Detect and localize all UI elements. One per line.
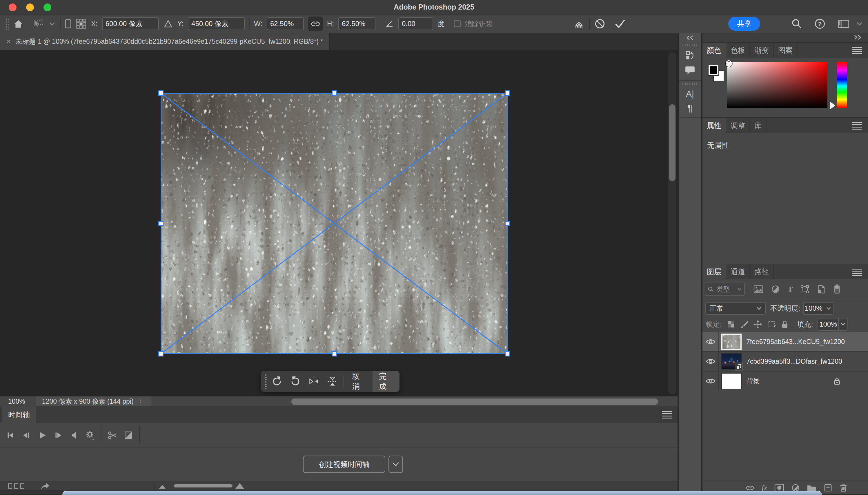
share-button[interactable]: 共享: [728, 17, 760, 31]
saturation-brightness-field[interactable]: [727, 62, 828, 108]
reference-point-checkbox[interactable]: [65, 19, 71, 29]
tab-swatches[interactable]: 色板: [726, 42, 750, 58]
cancel-button[interactable]: 取消: [345, 371, 373, 392]
tab-patterns[interactable]: 图案: [774, 42, 798, 58]
transform-handle-top-center[interactable]: [331, 90, 337, 96]
transform-handle-bottom-left[interactable]: [158, 351, 164, 357]
transform-handle-top-right[interactable]: [505, 90, 510, 96]
play-button[interactable]: [34, 426, 50, 444]
tab-layers[interactable]: 图层: [702, 264, 726, 279]
lock-position-icon[interactable]: [753, 320, 763, 329]
frame-rate-indicator-icon[interactable]: [8, 483, 24, 489]
layer-row-city-image[interactable]: 7cbd399aa5ff3...DOfasr_fw1200: [702, 352, 868, 372]
status-chevron-icon[interactable]: 〉: [139, 397, 146, 406]
home-button[interactable]: [13, 19, 23, 29]
vertical-scrollbar-thumb[interactable]: [669, 104, 676, 181]
tab-timeline[interactable]: 时间轴: [2, 406, 36, 423]
color-picker-ring[interactable]: [726, 60, 732, 67]
done-button[interactable]: 完成: [373, 371, 399, 392]
document-info[interactable]: 1200 像素 x 900 像素 (144 ppi) 〉: [36, 396, 151, 406]
zoom-level[interactable]: 100%: [8, 398, 25, 406]
search-icon[interactable]: [791, 18, 802, 29]
color-panel-menu-icon[interactable]: [852, 47, 862, 54]
document-tab[interactable]: × 未标题-1 @ 100% (7fee6795ab643730dd0c5b21…: [0, 33, 330, 50]
macos-dock-edge[interactable]: [62, 491, 822, 495]
reference-point-grid-icon[interactable]: [76, 18, 87, 29]
tab-color[interactable]: 颜色: [702, 42, 726, 58]
foreground-color-swatch[interactable]: [708, 65, 719, 75]
layer-visibility-toggle[interactable]: [702, 352, 719, 371]
lock-transparency-icon[interactable]: [727, 320, 735, 329]
delete-layer-trash-icon[interactable]: [839, 483, 847, 492]
workspace-chevron-icon[interactable]: [856, 21, 863, 26]
layers-panel-menu-icon[interactable]: [852, 269, 862, 276]
render-video-arrow-icon[interactable]: [40, 482, 50, 490]
y-position-input[interactable]: 450.00 像素: [188, 17, 245, 30]
tab-properties[interactable]: 属性: [702, 118, 726, 133]
paragraph-panel-icon[interactable]: ¶: [687, 103, 693, 113]
panel-group-grip[interactable]: [682, 44, 698, 46]
layer-name[interactable]: 7cbd399aa5ff3...DOfasr_fw1200: [746, 358, 842, 365]
tool-preset-chevron-icon[interactable]: [49, 21, 56, 26]
transform-handle-bottom-center[interactable]: [331, 351, 337, 357]
tab-adjustments[interactable]: 调整: [726, 118, 750, 133]
tab-libraries[interactable]: 库: [750, 118, 767, 133]
layer-row-rain-image[interactable]: 7fee6795ab643...KeCU5_fw1200: [702, 332, 868, 352]
commit-transform-button[interactable]: [614, 18, 626, 30]
rotate-clockwise-button[interactable]: [286, 371, 305, 392]
close-document-icon[interactable]: ×: [6, 37, 11, 46]
relative-position-delta-icon[interactable]: [163, 19, 173, 29]
lock-all-icon[interactable]: [781, 320, 788, 329]
lock-artboard-icon[interactable]: [767, 320, 777, 329]
opacity-dropdown-chevron[interactable]: [824, 303, 833, 314]
timeline-menu-icon[interactable]: [662, 411, 672, 419]
timeline-zoom-slider[interactable]: [174, 484, 233, 488]
comments-icon[interactable]: [684, 65, 696, 75]
antialias-checkbox[interactable]: [454, 20, 461, 27]
filter-type-layers-icon[interactable]: T: [788, 285, 793, 294]
rotate-counterclockwise-button[interactable]: [268, 371, 286, 392]
transform-handle-bottom-right[interactable]: [505, 351, 510, 357]
move-tool-icon[interactable]: [33, 19, 44, 29]
tab-channels[interactable]: 通道: [726, 264, 750, 279]
maintain-aspect-ratio-button[interactable]: [308, 17, 323, 31]
next-frame-button[interactable]: [50, 426, 66, 444]
hue-slider-bar[interactable]: [837, 62, 847, 108]
properties-panel-menu-icon[interactable]: [852, 122, 862, 130]
x-position-input[interactable]: 600.00 像素: [102, 17, 159, 30]
width-scale-input[interactable]: 62.50%: [267, 17, 304, 30]
layer-thumbnail[interactable]: [721, 353, 742, 370]
go-to-first-frame-button[interactable]: [2, 426, 18, 444]
transform-bounding-box[interactable]: [160, 93, 508, 354]
fill-input[interactable]: 100%: [818, 318, 848, 331]
create-timeline-dropdown-button[interactable]: [389, 456, 403, 473]
filter-smart-objects-icon[interactable]: [817, 285, 826, 294]
character-panel-icon[interactable]: A|: [686, 89, 694, 98]
layer-name[interactable]: 背景: [746, 377, 760, 386]
rotation-angle-input[interactable]: 0.00: [398, 17, 433, 30]
version-history-icon[interactable]: [685, 51, 695, 61]
filter-adjustment-layers-icon[interactable]: [771, 285, 780, 294]
layer-visibility-toggle[interactable]: [702, 372, 719, 391]
create-video-timeline-button[interactable]: 创建视频时间轴: [303, 456, 385, 473]
cancel-transform-button[interactable]: [594, 18, 606, 30]
horizontal-scrollbar-thumb[interactable]: [291, 398, 658, 405]
tab-paths[interactable]: 路径: [750, 264, 774, 279]
vertical-scrollbar[interactable]: [668, 52, 676, 394]
help-icon[interactable]: ?: [814, 18, 826, 30]
split-clip-scissors-icon[interactable]: [104, 426, 120, 444]
close-window-button[interactable]: [9, 3, 17, 11]
transform-handle-middle-left[interactable]: [158, 221, 164, 226]
layer-thumbnail[interactable]: [721, 373, 742, 389]
previous-frame-button[interactable]: [18, 426, 34, 444]
flip-vertical-button[interactable]: [323, 371, 342, 392]
new-layer-icon[interactable]: [824, 483, 832, 492]
floating-bar-grip[interactable]: [264, 374, 268, 389]
tab-gradients[interactable]: 渐变: [750, 42, 774, 58]
minimize-window-button[interactable]: [26, 3, 34, 11]
layer-thumbnail[interactable]: [721, 334, 742, 350]
filter-shape-layers-icon[interactable]: [800, 285, 810, 294]
collapse-panels-icon[interactable]: [853, 35, 862, 40]
hue-slider-arrow[interactable]: [830, 102, 835, 109]
layer-name[interactable]: 7fee6795ab643...KeCU5_fw1200: [746, 338, 845, 346]
